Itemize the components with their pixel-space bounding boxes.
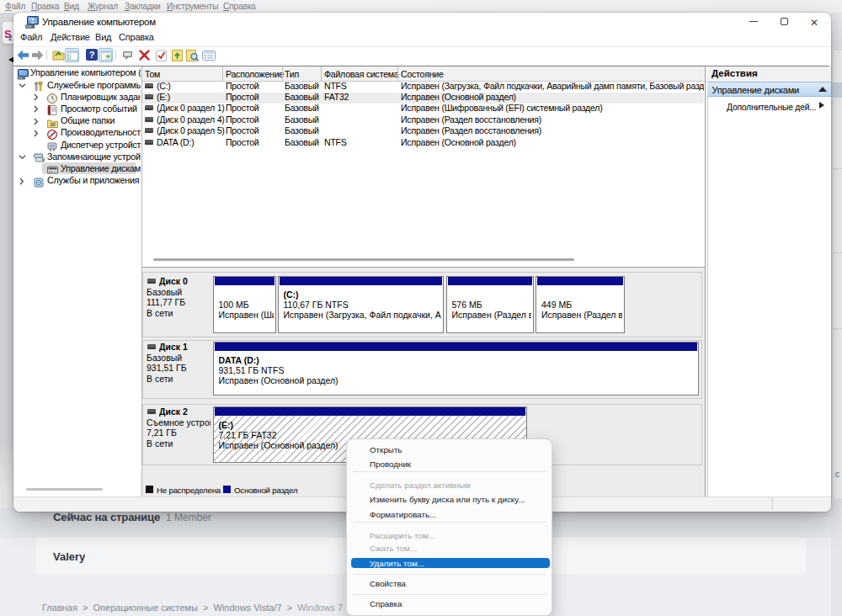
svg-text:22: 22 <box>50 122 55 127</box>
